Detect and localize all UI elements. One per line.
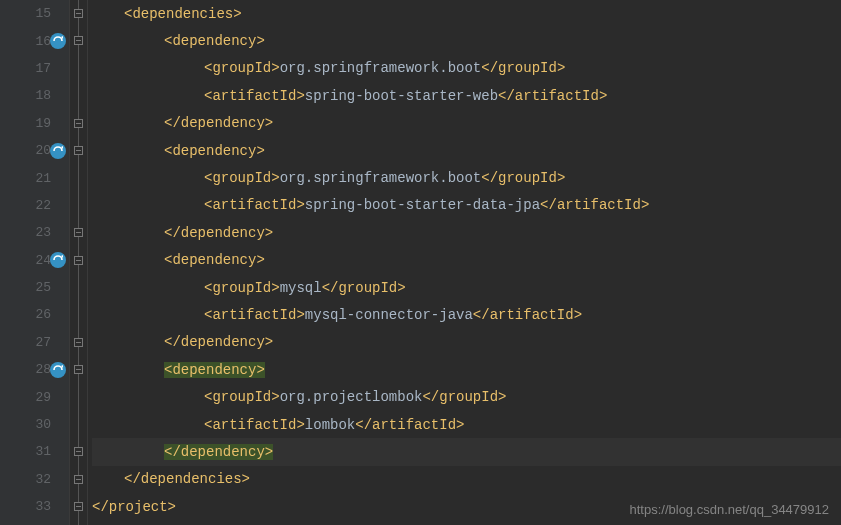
line-number: 25 <box>35 280 51 295</box>
xml-tag: </dependencies> <box>124 471 250 487</box>
code-line[interactable]: <dependency> <box>92 356 841 383</box>
code-editor: 15161718192021222324252627282930313233 <… <box>0 0 841 525</box>
xml-tag: </artifactId> <box>473 307 582 323</box>
xml-tag: </dependency> <box>164 225 273 241</box>
gutter-line[interactable]: 29 <box>0 383 69 410</box>
xml-tag: <dependency> <box>164 362 265 378</box>
xml-tag: <artifactId> <box>204 197 305 213</box>
xml-tag: <artifactId> <box>204 417 305 433</box>
gutter: 15161718192021222324252627282930313233 <box>0 0 70 525</box>
line-number: 29 <box>35 390 51 405</box>
fold-toggle-icon[interactable] <box>74 256 83 265</box>
code-line[interactable]: <dependencies> <box>92 0 841 27</box>
xml-text: mysql-connector-java <box>305 307 473 323</box>
gutter-line[interactable]: 22 <box>0 192 69 219</box>
line-number: 27 <box>35 335 51 350</box>
code-line[interactable]: <groupId>org.springframework.boot</group… <box>92 55 841 82</box>
code-line[interactable]: <dependency> <box>92 27 841 54</box>
gutter-line[interactable]: 21 <box>0 164 69 191</box>
xml-tag: </dependency> <box>164 444 273 460</box>
gutter-line[interactable]: 25 <box>0 274 69 301</box>
gutter-line[interactable]: 16 <box>0 27 69 54</box>
code-line[interactable]: </dependency> <box>92 329 841 356</box>
fold-toggle-icon[interactable] <box>74 228 83 237</box>
line-number: 33 <box>35 499 51 514</box>
code-line[interactable]: <artifactId>mysql-connector-java</artifa… <box>92 301 841 328</box>
xml-tag: </project> <box>92 499 176 515</box>
xml-tag: </groupId> <box>422 389 506 405</box>
code-line[interactable]: <artifactId>spring-boot-starter-data-jpa… <box>92 192 841 219</box>
svg-point-0 <box>50 33 66 49</box>
xml-text: org.projectlombok <box>280 389 423 405</box>
maven-dependency-icon[interactable] <box>49 142 67 160</box>
xml-tag: </groupId> <box>481 60 565 76</box>
xml-text: org.springframework.boot <box>280 60 482 76</box>
fold-toggle-icon[interactable] <box>74 146 83 155</box>
xml-text: mysql <box>280 280 322 296</box>
code-line[interactable]: <dependency> <box>92 137 841 164</box>
gutter-line[interactable]: 18 <box>0 82 69 109</box>
gutter-line[interactable]: 15 <box>0 0 69 27</box>
code-line[interactable]: <groupId>org.springframework.boot</group… <box>92 164 841 191</box>
code-line[interactable]: </dependency> <box>92 110 841 137</box>
code-line[interactable]: </dependencies> <box>92 466 841 493</box>
xml-tag: <dependency> <box>164 252 265 268</box>
xml-tag: </artifactId> <box>355 417 464 433</box>
watermark: https://blog.csdn.net/qq_34479912 <box>630 502 830 517</box>
code-line[interactable]: <dependency> <box>92 247 841 274</box>
line-number: 23 <box>35 225 51 240</box>
code-area[interactable]: <dependencies><dependency><groupId>org.s… <box>88 0 841 525</box>
xml-tag: </artifactId> <box>498 88 607 104</box>
xml-tag: </artifactId> <box>540 197 649 213</box>
fold-toggle-icon[interactable] <box>74 447 83 456</box>
gutter-line[interactable]: 26 <box>0 301 69 328</box>
line-number: 19 <box>35 116 51 131</box>
xml-text: lombok <box>305 417 355 433</box>
fold-toggle-icon[interactable] <box>74 9 83 18</box>
svg-point-2 <box>50 252 66 268</box>
maven-dependency-icon[interactable] <box>49 251 67 269</box>
line-number: 26 <box>35 307 51 322</box>
maven-dependency-icon[interactable] <box>49 361 67 379</box>
gutter-line[interactable]: 32 <box>0 466 69 493</box>
fold-toggle-icon[interactable] <box>74 502 83 511</box>
xml-tag: </groupId> <box>322 280 406 296</box>
xml-text: spring-boot-starter-web <box>305 88 498 104</box>
gutter-line[interactable]: 28 <box>0 356 69 383</box>
gutter-line[interactable]: 19 <box>0 110 69 137</box>
fold-toggle-icon[interactable] <box>74 338 83 347</box>
gutter-line[interactable]: 20 <box>0 137 69 164</box>
code-line[interactable]: <artifactId>spring-boot-starter-web</art… <box>92 82 841 109</box>
xml-tag: <dependency> <box>164 143 265 159</box>
maven-dependency-icon[interactable] <box>49 32 67 50</box>
fold-toggle-icon[interactable] <box>74 365 83 374</box>
gutter-line[interactable]: 17 <box>0 55 69 82</box>
gutter-line[interactable]: 31 <box>0 438 69 465</box>
line-number: 22 <box>35 198 51 213</box>
xml-tag: </dependency> <box>164 334 273 350</box>
xml-text: org.springframework.boot <box>280 170 482 186</box>
fold-toggle-icon[interactable] <box>74 475 83 484</box>
code-line[interactable]: </dependency> <box>92 219 841 246</box>
gutter-line[interactable]: 27 <box>0 329 69 356</box>
gutter-line[interactable]: 30 <box>0 411 69 438</box>
gutter-line[interactable]: 33 <box>0 493 69 520</box>
code-line[interactable]: <groupId>mysql</groupId> <box>92 274 841 301</box>
xml-tag: </groupId> <box>481 170 565 186</box>
xml-tag: <groupId> <box>204 60 280 76</box>
xml-tag: <groupId> <box>204 280 280 296</box>
code-line[interactable]: <artifactId>lombok</artifactId> <box>92 411 841 438</box>
code-line[interactable]: <groupId>org.projectlombok</groupId> <box>92 383 841 410</box>
fold-toggle-icon[interactable] <box>74 119 83 128</box>
line-number: 18 <box>35 88 51 103</box>
fold-toggle-icon[interactable] <box>74 36 83 45</box>
xml-tag: <dependency> <box>164 33 265 49</box>
gutter-line[interactable]: 23 <box>0 219 69 246</box>
xml-tag: <artifactId> <box>204 307 305 323</box>
gutter-line[interactable]: 24 <box>0 247 69 274</box>
code-line[interactable]: </dependency> <box>92 438 841 465</box>
xml-tag: <groupId> <box>204 170 280 186</box>
svg-point-1 <box>50 143 66 159</box>
line-number: 32 <box>35 472 51 487</box>
svg-point-3 <box>50 362 66 378</box>
